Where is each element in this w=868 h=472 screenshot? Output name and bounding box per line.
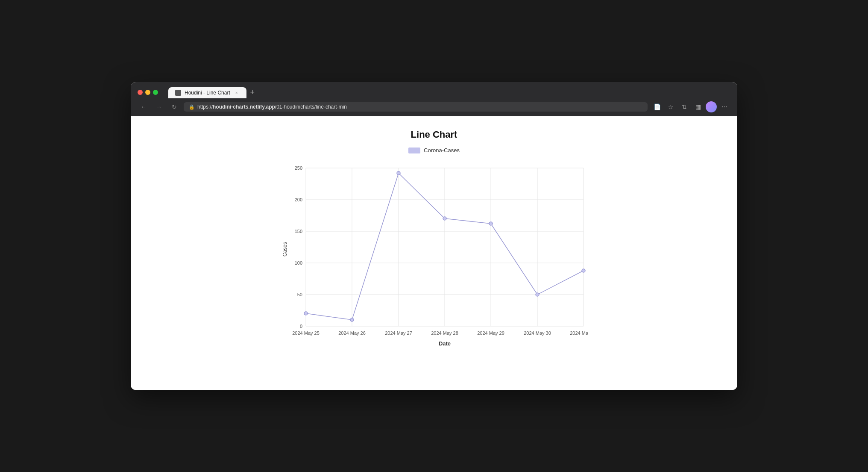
data-point-may27 — [397, 171, 400, 175]
toolbar-icons: 📄 ☆ ⇅ ▦ ⋯ — [651, 101, 730, 113]
x-tick-may27: 2024 May 27 — [385, 330, 412, 336]
tab-close-button[interactable]: × — [234, 90, 240, 96]
browser-chrome: Houdini - Line Chart × + ← → ↻ 🔒 https:/… — [131, 82, 737, 116]
data-point-may28 — [443, 217, 446, 220]
url-path: /01-houdinicharts/line-chart-min — [275, 104, 347, 110]
back-button[interactable]: ← — [138, 101, 150, 113]
y-tick-50: 50 — [297, 292, 302, 297]
user-avatar[interactable] — [706, 101, 717, 112]
legend-label: Corona-Cases — [424, 147, 460, 153]
new-tab-button[interactable]: + — [246, 86, 258, 98]
bookmark-icon[interactable]: ☆ — [665, 101, 677, 113]
more-options-icon[interactable]: ⋯ — [718, 101, 730, 113]
traffic-lights — [138, 90, 158, 95]
y-axis-label: Cases — [282, 242, 288, 257]
url-text: https://houdini-charts.netlify.app/01-ho… — [197, 104, 347, 110]
x-axis-label: Date — [439, 340, 451, 347]
y-tick-100: 100 — [295, 260, 302, 266]
active-tab[interactable]: Houdini - Line Chart × — [168, 87, 246, 98]
data-point-may29 — [489, 222, 493, 225]
x-tick-may29: 2024 May 29 — [477, 330, 504, 336]
chart-container: Cases 250 200 150 100 — [280, 164, 588, 348]
maximize-button[interactable] — [153, 90, 158, 95]
chart-legend: Corona-Cases — [408, 147, 460, 153]
address-bar[interactable]: 🔒 https://houdini-charts.netlify.app/01-… — [184, 102, 648, 112]
legend-color-swatch — [408, 148, 420, 153]
x-tick-may30: 2024 May 30 — [524, 330, 551, 336]
address-bar-row: ← → ↻ 🔒 https://houdini-charts.netlify.a… — [131, 98, 737, 116]
y-tick-0: 0 — [300, 324, 302, 329]
data-point-may26 — [350, 318, 354, 322]
lock-icon: 🔒 — [189, 104, 195, 110]
reload-button[interactable]: ↻ — [168, 101, 180, 113]
line-chart-svg: Cases 250 200 150 100 — [280, 164, 588, 348]
y-tick-150: 150 — [295, 229, 302, 234]
sidebar-icon[interactable]: ▦ — [692, 101, 704, 113]
url-domain: houdini-charts.netlify.app — [213, 104, 275, 110]
x-tick-may25: 2024 May 25 — [292, 330, 320, 336]
x-tick-may26: 2024 May 26 — [338, 330, 366, 336]
y-tick-250: 250 — [295, 165, 302, 171]
refresh-icon[interactable]: ⇅ — [678, 101, 690, 113]
browser-window: Houdini - Line Chart × + ← → ↻ 🔒 https:/… — [131, 82, 737, 390]
data-point-may25 — [304, 312, 308, 315]
minimize-button[interactable] — [145, 90, 150, 95]
x-tick-may31: 2024 May 31 — [570, 330, 588, 336]
tab-favicon — [175, 90, 181, 96]
y-tick-200: 200 — [295, 197, 302, 202]
browser-content: Line Chart Corona-Cases Cases — [131, 116, 737, 390]
data-point-may30 — [536, 293, 539, 296]
x-tick-may28: 2024 May 28 — [431, 330, 458, 336]
data-point-may31 — [582, 269, 585, 272]
forward-button[interactable]: → — [153, 101, 165, 113]
reader-mode-icon[interactable]: 📄 — [651, 101, 663, 113]
title-bar: Houdini - Line Chart × + — [131, 82, 737, 98]
tab-title: Houdini - Line Chart — [185, 90, 230, 96]
tab-bar: Houdini - Line Chart × + — [168, 86, 730, 98]
chart-title: Line Chart — [411, 129, 457, 140]
close-button[interactable] — [138, 90, 143, 95]
